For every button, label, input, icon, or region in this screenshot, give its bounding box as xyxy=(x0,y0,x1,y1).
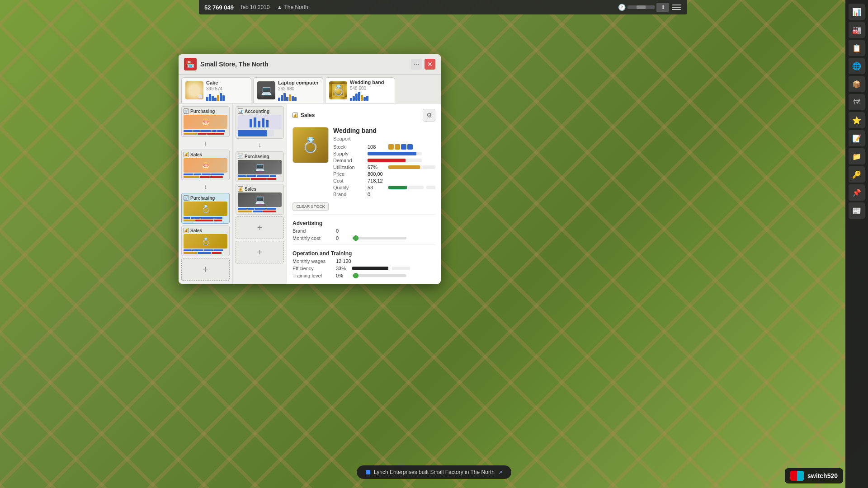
accounting-bars xyxy=(238,130,282,136)
stat-price: Price 800,00 xyxy=(333,171,435,177)
dept-add-left-1[interactable]: + xyxy=(181,258,230,281)
notification-link[interactable]: ↗ xyxy=(498,469,502,475)
utilization-bar-fill xyxy=(388,165,420,169)
sidebar-icon-3[interactable]: 📋 xyxy=(849,40,865,56)
product-tabs: ⬜ Cake 399 574 💻 Laptop comput xyxy=(179,75,441,103)
sidebar-icon-9[interactable]: 📁 xyxy=(849,148,865,164)
pause-button[interactable]: ⏸ xyxy=(656,3,669,12)
svg-rect-1 xyxy=(254,117,256,127)
adv-cost-value: 0 xyxy=(336,235,349,241)
tab-wedding-band[interactable]: 💍 Wedding band 548 000 xyxy=(325,77,395,103)
dept-accounting[interactable]: 📊 Accounting xyxy=(236,106,284,139)
dept-accounting-header: 📊 Accounting xyxy=(238,108,282,114)
speed-controls[interactable]: 🕐 ⏸ xyxy=(618,3,682,12)
dept-add-mid-1[interactable]: + xyxy=(236,216,284,239)
dept-sales-cake-header: 💰 Sales xyxy=(184,152,227,157)
tab-cake[interactable]: ⬜ Cake 399 574 xyxy=(181,77,251,103)
dept-sales-laptop-image: 💻 xyxy=(238,192,282,207)
sales-laptop-label: Sales xyxy=(245,187,256,192)
tab-wedding-info: Wedding band 548 000 xyxy=(350,80,391,101)
accounting-visual xyxy=(238,115,282,129)
supply-bar-fill xyxy=(368,152,416,155)
sidebar-icon-10[interactable]: 🔑 xyxy=(849,166,865,183)
tab-laptop-image: 💻 xyxy=(257,81,275,99)
ops-wages-value: 12 120 xyxy=(336,258,359,264)
dept-sales-ring[interactable]: 💰 Sales 💍 xyxy=(181,225,230,256)
efficiency-bar xyxy=(352,267,388,270)
dept-ring-image: 💍 xyxy=(184,202,227,216)
sidebar-icon-4[interactable]: 🌐 xyxy=(849,58,865,74)
sidebar-icon-12[interactable]: 📰 xyxy=(849,202,865,219)
notification-text: Lynch Enterprises built Small Factory in… xyxy=(374,469,495,475)
dept-sales-laptop[interactable]: 💰 Sales 💻 xyxy=(236,184,284,215)
sidebar-icon-5[interactable]: 📦 xyxy=(849,76,865,92)
window-body: 🛒 Purchasing 🎂 xyxy=(179,103,441,284)
main-window: 🏪 Small Store, The North ⋯ ✕ ⬜ Cake 399 … xyxy=(179,54,441,284)
stat-cost: Cost 718,12 xyxy=(333,178,435,183)
adv-brand-value: 0 xyxy=(336,228,349,234)
detail-header: 💍 Wedding band Seaport Stock 108 xyxy=(292,127,435,197)
dept-sales-cake-image: 🎂 xyxy=(184,158,227,173)
sidebar-icon-1[interactable]: 📊 xyxy=(849,4,865,20)
utilization-value: 67% xyxy=(368,164,386,170)
advertising-brand-row: Brand 0 xyxy=(292,228,435,234)
advertising-section: Advertising Brand 0 Monthly cost 0 xyxy=(292,214,435,241)
clear-stock-button[interactable]: CLEAR STOCK xyxy=(292,202,329,211)
tab-wedding-name: Wedding band xyxy=(350,80,391,85)
stat-demand: Demand xyxy=(333,158,435,163)
dept-laptop-bars xyxy=(238,175,282,180)
sidebar-icon-6[interactable]: 🗺 xyxy=(849,94,865,110)
tab-cake-name: Cake xyxy=(206,80,247,85)
dept-purchasing-laptop-header: 🛒 Purchasing xyxy=(238,154,282,159)
advertising-cost-row: Monthly cost 0 xyxy=(292,235,435,241)
adv-cost-label: Monthly cost xyxy=(292,235,333,241)
ops-wages-row: Monthly wages 12 120 xyxy=(292,258,435,264)
training-slider-thumb[interactable] xyxy=(353,273,359,278)
accounting-icon: 📊 xyxy=(238,108,243,114)
detail-panel: 💰 Sales ⚙ 💍 Wedding band Seaport Stock 1… xyxy=(287,103,441,284)
dept-purchasing-laptop[interactable]: 🛒 Purchasing 💻 xyxy=(236,151,284,182)
ops-training-label: Training level xyxy=(292,273,333,278)
advertising-slider-thumb[interactable] xyxy=(353,235,359,241)
settings-button[interactable]: ⚙ xyxy=(423,109,435,122)
stock-value: 108 xyxy=(368,144,386,150)
tab-cake-count: 399 574 xyxy=(206,86,247,91)
demand-bar xyxy=(368,159,422,162)
dept-purchasing-cake[interactable]: 🛒 Purchasing 🎂 xyxy=(181,106,230,137)
price-value: 800,00 xyxy=(368,171,386,177)
dept-add-mid-2[interactable]: + xyxy=(236,241,284,263)
training-slider[interactable] xyxy=(352,274,406,277)
mid-dept-panel: 📊 Accounting xyxy=(233,103,287,284)
svg-rect-3 xyxy=(262,118,264,127)
svg-rect-0 xyxy=(250,119,252,127)
quality-bar-fill xyxy=(388,186,407,189)
date-display: feb 10 2010 xyxy=(241,4,269,10)
sidebar-icon-8[interactable]: 📝 xyxy=(849,130,865,146)
dept-purchasing-ring[interactable]: 🛒 Purchasing 💍 xyxy=(181,193,230,224)
sales-label: Sales xyxy=(190,152,202,157)
utilization-label: Utilization xyxy=(333,164,365,170)
dept-purchasing-ring-header: 🛒 Purchasing xyxy=(184,195,227,201)
menu-button[interactable] xyxy=(671,3,682,12)
advertising-slider[interactable] xyxy=(352,237,406,239)
window-controls[interactable]: ⋯ ✕ xyxy=(411,59,435,70)
window-options-button[interactable]: ⋯ xyxy=(411,59,422,70)
tab-cake-bars xyxy=(206,92,247,101)
svg-rect-4 xyxy=(266,120,269,127)
cost-label: Cost xyxy=(333,178,365,183)
speed-bar[interactable] xyxy=(627,5,655,9)
dept-sales-cake[interactable]: 💰 Sales 🎂 xyxy=(181,150,230,180)
dept-sales-laptop-header: 💰 Sales xyxy=(238,186,282,192)
sidebar-icon-11[interactable]: 📌 xyxy=(849,184,865,201)
sales-ring-label: Sales xyxy=(190,228,202,233)
utilization-bar xyxy=(388,165,435,169)
sales-ring-icon: 💰 xyxy=(184,228,189,233)
tab-laptop[interactable]: 💻 Laptop computer 262 980 xyxy=(253,77,323,103)
price-label: Price xyxy=(333,171,365,177)
demand-bar-fill xyxy=(368,159,406,162)
adv-brand-label: Brand xyxy=(292,228,333,234)
sidebar-icon-2[interactable]: 🏭 xyxy=(849,22,865,38)
window-close-button[interactable]: ✕ xyxy=(425,59,435,70)
detail-product-name: Wedding band xyxy=(333,127,435,134)
sidebar-icon-7[interactable]: ⭐ xyxy=(849,112,865,128)
